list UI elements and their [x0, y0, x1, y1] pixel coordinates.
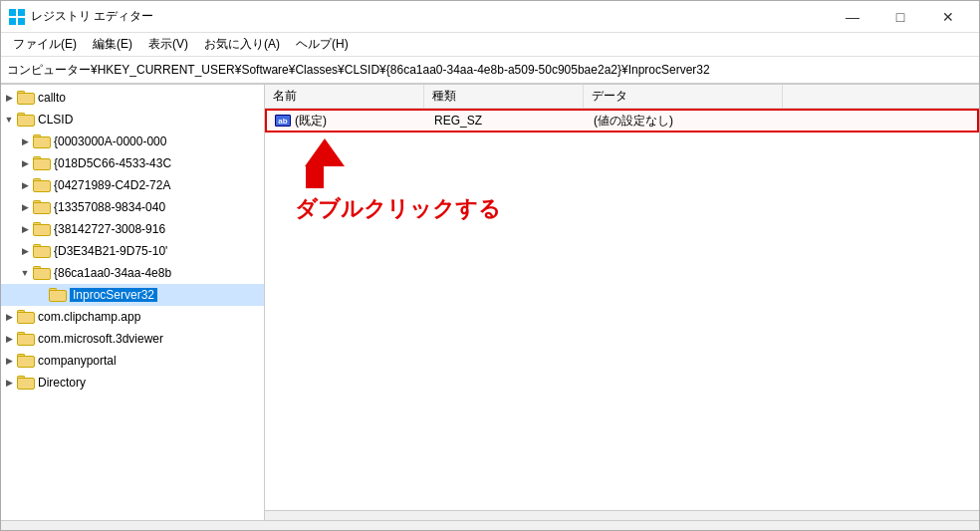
menu-favorites[interactable]: お気に入り(A)	[196, 34, 288, 55]
folder-icon	[33, 200, 51, 214]
tree-label: com.microsoft.3dviewer	[38, 332, 163, 346]
tree-label: {13357088-9834-040	[54, 200, 165, 214]
folder-icon	[33, 266, 51, 280]
tree-arrow: ▶	[17, 246, 33, 256]
tree-arrow: ▼	[1, 115, 17, 125]
tree-arrow: ▶	[1, 356, 17, 366]
window-title: レジストリ エディター	[31, 8, 830, 25]
folder-icon	[33, 134, 51, 148]
tree-arrow: ▶	[1, 93, 17, 103]
tree-pane[interactable]: ▶ callto ▼ CLSID ▶	[1, 85, 265, 520]
tree-item-inprocserver32[interactable]: ▶ InprocServer32	[1, 284, 264, 306]
main-area: ▶ callto ▼ CLSID ▶	[1, 85, 979, 520]
cell-name-text: (既定)	[295, 113, 327, 130]
folder-icon	[33, 156, 51, 170]
folder-icon	[17, 310, 35, 324]
tree-item-companyportal[interactable]: ▶ companyportal	[1, 350, 264, 372]
menu-help[interactable]: ヘルプ(H)	[288, 34, 357, 55]
tree-item-38142727[interactable]: ▶ {38142727-3008-916	[1, 218, 264, 240]
window-controls: — □ ✕	[830, 1, 971, 33]
tree-label: CLSID	[38, 113, 73, 127]
menu-bar: ファイル(E) 編集(E) 表示(V) お気に入り(A) ヘルプ(H)	[1, 33, 979, 57]
annotation-text: ダブルクリックする	[295, 194, 501, 224]
bottom-scrollbar[interactable]	[1, 520, 979, 530]
col-header-name: 名前	[265, 85, 424, 108]
tree-arrow: ▶	[1, 378, 17, 388]
col-header-data: データ	[584, 85, 783, 108]
annotation-area: ダブルクリックする	[295, 138, 501, 224]
menu-edit[interactable]: 編集(E)	[85, 34, 140, 55]
tree-item-018D5C66[interactable]: ▶ {018D5C66-4533-43C	[1, 152, 264, 174]
up-arrow-icon	[305, 138, 345, 166]
cell-type: REG_SZ	[426, 114, 586, 128]
tree-arrow: ▶	[17, 158, 33, 168]
folder-icon	[33, 178, 51, 192]
folder-icon	[17, 354, 35, 368]
arrow-stem	[306, 166, 324, 188]
tree-item-com-clipchamp[interactable]: ▶ com.clipchamp.app	[1, 306, 264, 328]
menu-file[interactable]: ファイル(E)	[5, 34, 85, 55]
tree-label: {38142727-3008-916	[54, 222, 165, 236]
maximize-button[interactable]: □	[877, 1, 923, 33]
svg-rect-2	[9, 18, 16, 25]
folder-icon	[33, 244, 51, 258]
tree-arrow: ▶	[17, 202, 33, 212]
app-icon	[9, 9, 25, 25]
address-bar: コンピューター¥HKEY_CURRENT_USER¥Software¥Class…	[1, 57, 979, 85]
horizontal-scrollbar[interactable]	[265, 510, 979, 520]
address-path: コンピューター¥HKEY_CURRENT_USER¥Software¥Class…	[7, 62, 710, 79]
folder-icon	[49, 288, 67, 302]
tree-label: callto	[38, 91, 66, 105]
tree-label: com.clipchamp.app	[38, 310, 140, 324]
folder-icon	[17, 376, 35, 390]
tree-item-86ca1aa0[interactable]: ▼ {86ca1aa0-34aa-4e8b	[1, 262, 264, 284]
tree-item-directory[interactable]: ▶ Directory	[1, 372, 264, 394]
tree-arrow: ▶	[17, 224, 33, 234]
tree-item-callto[interactable]: ▶ callto	[1, 87, 264, 109]
tree-arrow: ▼	[17, 268, 33, 278]
tree-label: {0003000A-0000-000	[54, 134, 166, 148]
minimize-button[interactable]: —	[830, 1, 875, 33]
folder-icon	[33, 222, 51, 236]
tree-label: InprocServer32	[70, 288, 157, 302]
detail-pane: 名前 種類 データ ab (既定) REG_SZ (値の設定なし)	[265, 85, 979, 520]
close-button[interactable]: ✕	[925, 1, 971, 33]
tree-label: {04271989-C4D2-72A	[54, 178, 170, 192]
detail-row-default[interactable]: ab (既定) REG_SZ (値の設定なし)	[265, 109, 979, 133]
svg-rect-3	[18, 18, 25, 25]
menu-view[interactable]: 表示(V)	[140, 34, 196, 55]
cell-name: ab (既定)	[267, 113, 426, 130]
tree-arrow: ▶	[1, 334, 17, 344]
tree-label: companyportal	[38, 354, 117, 368]
reg-value-icon: ab	[275, 115, 291, 127]
title-bar: レジストリ エディター — □ ✕	[1, 1, 979, 33]
cell-data: (値の設定なし)	[586, 113, 785, 130]
tree-label: {D3E34B21-9D75-10'	[54, 244, 167, 258]
folder-icon	[17, 91, 35, 105]
detail-body: ab (既定) REG_SZ (値の設定なし) ダブルクリックする	[265, 109, 979, 510]
tree-item-D3E34B21[interactable]: ▶ {D3E34B21-9D75-10'	[1, 240, 264, 262]
svg-rect-1	[18, 9, 25, 16]
tree-item-com-microsoft-3dviewer[interactable]: ▶ com.microsoft.3dviewer	[1, 328, 264, 350]
folder-icon	[17, 332, 35, 346]
tree-item-0003000A[interactable]: ▶ {0003000A-0000-000	[1, 131, 264, 152]
tree-arrow: ▶	[17, 180, 33, 190]
tree-item-04271989[interactable]: ▶ {04271989-C4D2-72A	[1, 174, 264, 196]
tree-label: Directory	[38, 376, 86, 390]
registry-editor-window: レジストリ エディター — □ ✕ ファイル(E) 編集(E) 表示(V) お気…	[0, 0, 980, 531]
tree-arrow: ▶	[17, 136, 33, 146]
svg-rect-0	[9, 9, 16, 16]
tree-label: {018D5C66-4533-43C	[54, 156, 171, 170]
tree-label: {86ca1aa0-34aa-4e8b	[54, 266, 171, 280]
tree-item-13357088[interactable]: ▶ {13357088-9834-040	[1, 196, 264, 218]
col-header-type: 種類	[424, 85, 584, 108]
detail-header: 名前 種類 データ	[265, 85, 979, 109]
folder-icon	[17, 113, 35, 127]
tree-item-clsid[interactable]: ▼ CLSID	[1, 109, 264, 131]
tree-arrow: ▶	[1, 312, 17, 322]
